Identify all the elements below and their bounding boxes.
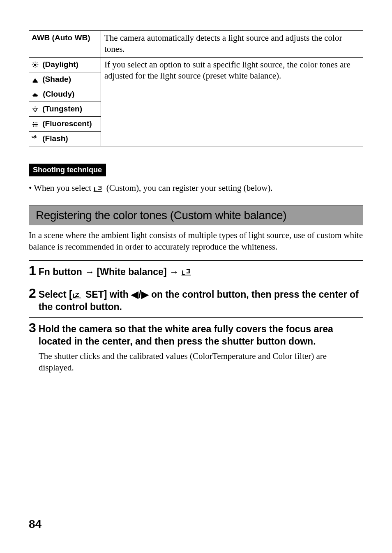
flash-icon: WB	[32, 134, 39, 143]
row-awb: AWB (Auto WB)	[29, 31, 101, 58]
svg-point-9	[34, 108, 37, 111]
arrow-right-icon: →	[169, 266, 179, 277]
step-3: 3 Hold the camera so that the white area…	[29, 317, 363, 377]
step-1-text: Fn button → [White balance] →	[39, 266, 193, 279]
technique-bullet: • When you select (Custom), you can regi…	[29, 182, 363, 194]
shade-icon	[32, 75, 39, 84]
cloud-icon	[32, 90, 39, 99]
svg-line-12	[32, 108, 33, 108]
step-2-text: Select [ SET] with ◀/▶ on the control bu…	[39, 289, 363, 314]
svg-line-7	[33, 66, 34, 67]
arrow-right-icon: →	[85, 266, 94, 277]
page-number: 84	[29, 518, 42, 531]
custom-wb-icon	[93, 183, 102, 194]
row-shade: (Shade)	[29, 72, 101, 87]
white-balance-table: AWB (Auto WB) The camera automatically d…	[29, 30, 363, 146]
step-1: 1 Fn button → [White balance] →	[29, 260, 363, 283]
desc-auto: The camera automatically detects a light…	[101, 31, 363, 58]
row-tungsten: (Tungsten)	[29, 102, 101, 116]
section-heading: Registering the color tones (Custom whit…	[29, 205, 363, 225]
shooting-technique-label: Shooting technique	[29, 164, 106, 176]
section-paragraph: In a scene where the ambient light consi…	[29, 229, 363, 253]
tungsten-icon	[32, 105, 39, 114]
svg-point-0	[34, 63, 37, 66]
custom-wb-set-icon	[72, 289, 81, 301]
step-number-2: 2	[29, 287, 36, 300]
fluorescent-icon	[32, 120, 39, 129]
svg-rect-14	[32, 124, 38, 125]
desc-preset: If you select an option to suit a specif…	[101, 57, 363, 146]
left-right-arrows: ◀/▶	[131, 289, 148, 300]
svg-line-6	[37, 66, 37, 67]
step-3-text: Hold the camera so that the white area f…	[39, 323, 363, 348]
step-number-1: 1	[29, 264, 36, 277]
row-daylight: (Daylight)	[29, 57, 101, 72]
row-flash: WB (Flash)	[29, 131, 101, 146]
svg-line-13	[37, 108, 38, 108]
svg-line-8	[37, 62, 37, 63]
row-cloudy: (Cloudy)	[29, 87, 101, 102]
svg-line-5	[33, 62, 34, 63]
custom-wb-icon	[181, 266, 191, 279]
step-2: 2 Select [ SET] with ◀/▶ on the control …	[29, 283, 363, 318]
svg-rect-10	[35, 111, 36, 112]
step-number-3: 3	[29, 321, 36, 334]
sun-icon	[32, 60, 39, 69]
row-fluorescent: (Fluorescent)	[29, 116, 101, 131]
step-3-subtext: The shutter clicks and the calibrated va…	[39, 350, 363, 374]
